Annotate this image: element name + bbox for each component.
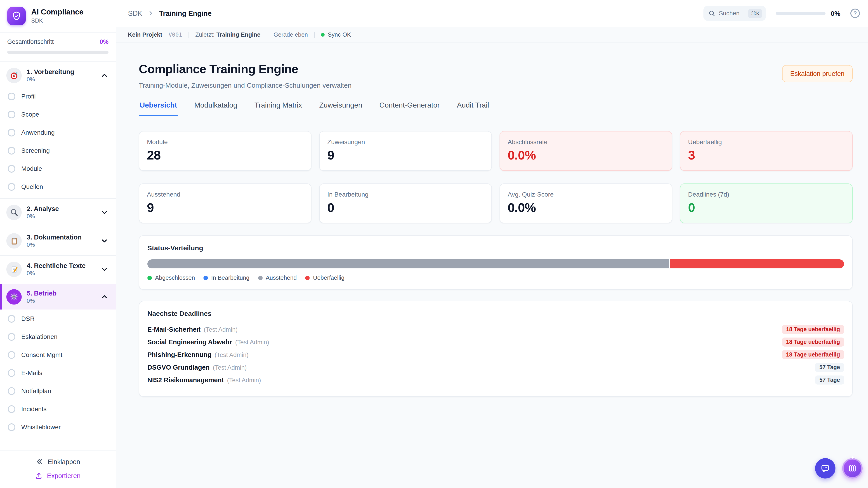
tab[interactable]: Zuweisungen xyxy=(318,101,363,116)
legend-dot-icon xyxy=(147,275,152,280)
chevron-right-icon xyxy=(147,10,154,17)
main-area: SDK Training Engine Suchen... ⌘K 0% xyxy=(116,0,868,488)
legend-item: In Bearbeitung xyxy=(204,274,249,281)
deadline-module-name: Social Engineering Abwehr xyxy=(147,338,232,346)
section-percent: 0% xyxy=(27,76,74,83)
deadline-row[interactable]: NIS2 Risikomanagement (Test Admin) 57 Ta… xyxy=(147,374,844,386)
last-label: Zuletzt: xyxy=(195,31,215,38)
overall-progress-bar xyxy=(7,51,108,54)
check-escalation-button[interactable]: Eskalation pruefen xyxy=(782,65,852,82)
sidebar-item-label: Consent Mgmt xyxy=(21,351,62,358)
page-content: Compliance Training Engine Training-Modu… xyxy=(116,42,868,488)
sidebar-item[interactable]: Module xyxy=(0,160,116,177)
stat-label: Abschlussrate xyxy=(508,138,664,145)
section-label: 5. Betrieb xyxy=(27,289,57,297)
sidebar-item[interactable]: Screening xyxy=(0,141,116,160)
nav-section-analyse: 2. Analyse 0% xyxy=(0,199,116,227)
legend-label: Ausstehend xyxy=(266,274,297,281)
collapse-sidebar-button[interactable]: Einklappen xyxy=(33,457,83,466)
sync-status-label: Sync OK xyxy=(328,31,351,38)
search-input[interactable]: Suchen... ⌘K xyxy=(704,6,766,21)
status-circle-icon xyxy=(8,405,16,413)
tab[interactable]: Uebersicht xyxy=(139,101,178,116)
sidebar-item-label: Whistleblower xyxy=(21,423,61,431)
tab-label: Audit Trail xyxy=(457,101,489,109)
tab[interactable]: Training Matrix xyxy=(254,101,303,116)
section-header-dokumentation[interactable]: 3. Dokumentation 0% xyxy=(0,229,116,253)
section-percent: 0% xyxy=(27,214,59,220)
status-circle-icon xyxy=(8,387,16,395)
app-identity: AI Compliance SDK xyxy=(31,8,84,24)
sidebar-item[interactable]: Notfallplan xyxy=(0,382,116,400)
deadline-row[interactable]: E-Mail-Sicherheit (Test Admin) 18 Tage u… xyxy=(147,323,844,336)
tab[interactable]: Audit Trail xyxy=(456,101,490,116)
stat-value: 0.0% xyxy=(508,148,664,163)
chevron-down-icon xyxy=(101,209,110,216)
sidebar-item-label: DSR xyxy=(21,315,35,322)
stat-value: 0 xyxy=(327,201,484,215)
magnifier-icon xyxy=(6,205,22,220)
status-distribution-panel: Status-Verteilung Abgeschlossen xyxy=(139,235,852,290)
kanban-fab-button[interactable] xyxy=(842,458,863,479)
status-circle-icon xyxy=(8,315,16,322)
topbar-progress-value: 0% xyxy=(831,9,840,17)
clipboard-icon xyxy=(6,233,22,249)
tab-label: Content-Generator xyxy=(379,101,440,109)
section-header-analyse[interactable]: 2. Analyse 0% xyxy=(0,201,116,224)
deadline-row[interactable]: DSGVO Grundlagen (Test Admin) 57 Tage xyxy=(147,361,844,374)
tab-label: Uebersicht xyxy=(140,101,177,109)
sidebar-item[interactable]: E-Mails xyxy=(0,364,116,382)
sidebar-nav: 1. Vorbereitung 0% Profil Scope xyxy=(0,62,116,451)
sidebar-item[interactable]: Quellen xyxy=(0,177,116,196)
export-label: Exportieren xyxy=(47,472,81,480)
tab[interactable]: Modulkatalog xyxy=(193,101,238,116)
app-subtitle: SDK xyxy=(31,18,84,24)
sidebar-item[interactable]: Scope xyxy=(0,105,116,123)
stat-value: 0 xyxy=(688,201,844,215)
sidebar-item[interactable]: Incidents xyxy=(0,400,116,418)
legend-label: Ueberfaellig xyxy=(313,274,344,281)
floating-action-buttons xyxy=(815,458,863,479)
status-circle-icon xyxy=(8,369,16,377)
deadlines-panel: Naechste Deadlines E-Mail-Sicherheit (Te… xyxy=(139,301,852,397)
deadline-assignee: (Test Admin) xyxy=(215,352,249,358)
chat-fab-button[interactable] xyxy=(815,458,835,479)
section-header-rechtliche-texte[interactable]: 4. Rechtliche Texte 0% xyxy=(0,258,116,281)
topbar-progress: 0% xyxy=(776,9,840,17)
legend-dot-icon xyxy=(258,275,263,280)
stat-card: Ausstehend 9 xyxy=(139,184,311,223)
sidebar-item[interactable]: DSR xyxy=(0,310,116,328)
double-chevron-left-icon xyxy=(35,458,43,465)
sync-status: Sync OK xyxy=(321,31,351,38)
sidebar-item[interactable]: Consent Mgmt xyxy=(0,346,116,364)
deadline-assignee: (Test Admin) xyxy=(204,326,238,333)
breadcrumb-root[interactable]: SDK xyxy=(128,9,143,18)
sidebar-item[interactable]: Anwendung xyxy=(0,123,116,141)
stat-value: 28 xyxy=(147,148,303,163)
stat-label: Zuweisungen xyxy=(327,138,484,145)
distribution-segment xyxy=(147,259,669,268)
export-button[interactable]: Exportieren xyxy=(33,472,83,480)
gear-icon xyxy=(6,289,22,304)
project-status-bar: Kein Projekt V001 Zuletzt: Training Engi… xyxy=(116,27,868,42)
sidebar: AI Compliance SDK Gesamtfortschritt 0% xyxy=(0,0,116,488)
help-button[interactable]: ? xyxy=(850,8,860,18)
status-circle-icon xyxy=(8,92,16,100)
deadline-badge: 18 Tage ueberfaellig xyxy=(782,350,844,359)
section-header-vorbereitung[interactable]: 1. Vorbereitung 0% xyxy=(0,64,116,87)
tab[interactable]: Content-Generator xyxy=(379,101,441,116)
deadline-row[interactable]: Social Engineering Abwehr (Test Admin) 1… xyxy=(147,336,844,348)
sidebar-item[interactable]: Whistleblower xyxy=(0,418,116,436)
sidebar-item[interactable]: Eskalationen xyxy=(0,328,116,346)
sidebar-item-label: Scope xyxy=(21,111,39,118)
distribution-bar xyxy=(147,259,844,268)
stat-value: 0.0% xyxy=(508,201,664,215)
page-title: Compliance Training Engine xyxy=(139,62,351,76)
deadline-row[interactable]: Phishing-Erkennung (Test Admin) 18 Tage … xyxy=(147,348,844,361)
section-header-betrieb[interactable]: 5. Betrieb 0% xyxy=(0,284,116,310)
shield-check-icon xyxy=(11,11,22,21)
divider xyxy=(267,31,267,38)
sidebar-item[interactable]: Profil xyxy=(0,87,116,105)
search-placeholder: Suchen... xyxy=(719,10,745,17)
tab-label: Zuweisungen xyxy=(319,101,362,109)
